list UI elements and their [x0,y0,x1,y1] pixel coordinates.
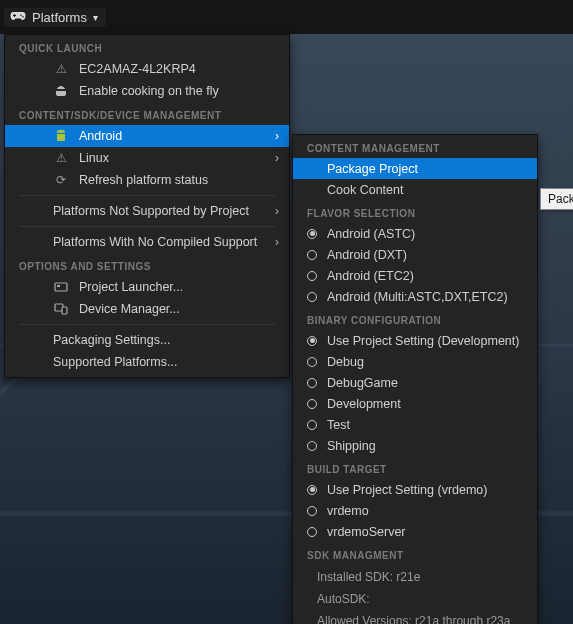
toolbar: Platforms ▾ [0,0,573,34]
sdk-auto: AutoSDK: [293,587,537,609]
radio-icon [307,527,317,537]
chevron-right-icon: › [275,151,279,165]
platforms-dropdown-button[interactable]: Platforms ▾ [4,8,106,27]
radio-icon [307,485,317,495]
warning-icon: ⚠ [53,151,69,165]
binary-debuggame[interactable]: DebugGame [293,372,537,393]
svg-rect-1 [57,285,60,287]
binary-use-setting[interactable]: Use Project Setting (Development) [293,330,537,351]
menu-item-cook-on-fly[interactable]: Enable cooking on the fly [5,80,289,102]
binary-debug[interactable]: Debug [293,351,537,372]
section-flavor: FLAVOR SELECTION [293,200,537,223]
menu-item-no-compiled[interactable]: Platforms With No Compiled Support › [5,231,289,253]
target-vrdemo[interactable]: vrdemo [293,500,537,521]
menu-item-refresh[interactable]: ⟳ Refresh platform status [5,169,289,191]
flavor-astc[interactable]: Android (ASTC) [293,223,537,244]
section-content-sdk: CONTENT/SDK/DEVICE MANAGEMENT [5,102,289,125]
separator [19,324,275,325]
menu-item-not-supported[interactable]: Platforms Not Supported by Project › [5,200,289,222]
flavor-etc2[interactable]: Android (ETC2) [293,265,537,286]
radio-icon [307,292,317,302]
section-binary: BINARY CONFIGURATION [293,307,537,330]
svg-rect-3 [62,307,67,314]
section-content-management: CONTENT MANAGEMENT [293,135,537,158]
chevron-right-icon: › [275,129,279,143]
chevron-down-icon: ▾ [93,12,98,23]
android-icon [53,130,69,142]
binary-development[interactable]: Development [293,393,537,414]
binary-shipping[interactable]: Shipping [293,435,537,456]
menu-item-packaging-settings[interactable]: Packaging Settings... [5,329,289,351]
radio-icon [307,271,317,281]
platforms-label: Platforms [32,10,87,25]
tooltip: Pack [540,188,573,210]
radio-icon [307,399,317,409]
android-submenu: CONTENT MANAGEMENT Package Project Cook … [292,134,538,624]
section-build-target: BUILD TARGET [293,456,537,479]
flavor-dxt[interactable]: Android (DXT) [293,244,537,265]
chevron-right-icon: › [275,204,279,218]
submenu-cook-content[interactable]: Cook Content [293,179,537,200]
section-quick-launch: QUICK LAUNCH [5,35,289,58]
svg-rect-0 [55,283,67,291]
radio-icon [307,336,317,346]
sdk-installed: Installed SDK: r21e [293,565,537,587]
device-icon [53,303,69,315]
warning-icon: ⚠ [53,62,69,76]
binary-test[interactable]: Test [293,414,537,435]
radio-icon [307,357,317,367]
gamepad-icon [10,10,26,25]
menu-item-supported-platforms[interactable]: Supported Platforms... [5,351,289,373]
target-use-setting[interactable]: Use Project Setting (vrdemo) [293,479,537,500]
launcher-icon [53,281,69,293]
flavor-multi[interactable]: Android (Multi:ASTC,DXT,ETC2) [293,286,537,307]
section-sdk: SDK MANAGMENT [293,542,537,565]
radio-icon [307,441,317,451]
menu-item-project-launcher[interactable]: Project Launcher... [5,276,289,298]
sdk-allowed: Allowed Versions: r21a through r23a [293,609,537,624]
target-vrdemoserver[interactable]: vrdemoServer [293,521,537,542]
menu-item-android[interactable]: Android › [5,125,289,147]
platforms-menu: QUICK LAUNCH ⚠ EC2AMAZ-4L2KRP4 Enable co… [4,34,290,378]
separator [19,195,275,196]
chevron-right-icon: › [275,235,279,249]
section-options: OPTIONS AND SETTINGS [5,253,289,276]
cooking-icon [53,85,69,97]
radio-icon [307,420,317,430]
refresh-icon: ⟳ [53,173,69,187]
radio-icon [307,229,317,239]
separator [19,226,275,227]
menu-item-device[interactable]: ⚠ EC2AMAZ-4L2KRP4 [5,58,289,80]
menu-item-device-manager[interactable]: Device Manager... [5,298,289,320]
radio-icon [307,250,317,260]
radio-icon [307,378,317,388]
radio-icon [307,506,317,516]
menu-item-linux[interactable]: ⚠ Linux › [5,147,289,169]
submenu-package-project[interactable]: Package Project [293,158,537,179]
